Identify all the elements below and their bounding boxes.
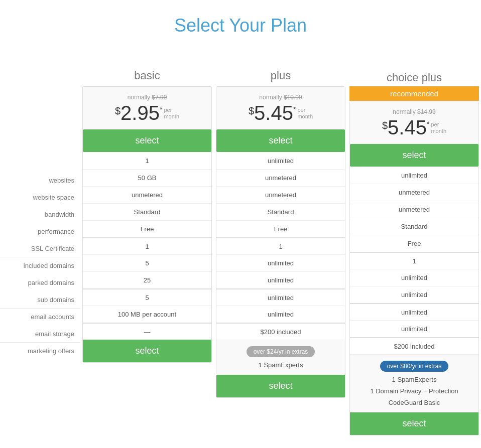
- cp-sub-domains: unlimited: [350, 286, 478, 303]
- plan-basic-price-box: normally $7.99 $ 2.95 * permonth: [83, 87, 211, 129]
- plan-choice-plus-select-bottom[interactable]: select: [350, 412, 478, 435]
- plus-spam-experts: 1 SpamExperts: [221, 359, 340, 371]
- cp-email-accounts: unlimited: [350, 303, 478, 320]
- basic-included-domains: 1: [83, 237, 211, 254]
- label-included-domains: included domains: [0, 257, 80, 274]
- plan-plus-select-bottom[interactable]: select: [216, 375, 345, 397]
- plan-choice-plus-current-price: $ 5.45 * permonth: [354, 117, 474, 137]
- label-sub-domains: sub domains: [0, 291, 80, 308]
- cp-email-storage: unlimited: [350, 320, 478, 337]
- plus-marketing-offers: $200 included: [216, 323, 345, 340]
- plan-basic-current-price: $ 2.95 * permonth: [87, 103, 207, 123]
- cp-parked-domains: unlimited: [350, 269, 478, 286]
- plan-plus-price-box: normally $10.99 $ 5.45 * permonth: [216, 87, 345, 129]
- label-bandwidth: bandwidth: [0, 206, 80, 223]
- basic-bandwidth: unmetered: [83, 186, 211, 203]
- label-ssl: SSL Certificate: [0, 240, 80, 257]
- plus-sub-domains: unlimited: [216, 271, 345, 288]
- plus-website-space: unmetered: [216, 169, 345, 186]
- cp-bandwidth: unmetered: [350, 201, 478, 218]
- plan-basic-select-bottom[interactable]: select: [83, 340, 211, 362]
- basic-performance: Standard: [83, 203, 211, 220]
- plan-basic-select-top[interactable]: select: [83, 129, 211, 152]
- plus-extras-badge: over $24/yr in extras: [247, 346, 315, 357]
- plan-choice-plus-select-top[interactable]: select: [350, 144, 478, 167]
- cp-websites: unlimited: [350, 167, 478, 184]
- basic-email-storage: 100 MB per account: [83, 306, 211, 323]
- plus-performance: Standard: [216, 203, 345, 220]
- plus-extras-area: over $24/yr in extras 1 SpamExperts: [216, 340, 345, 375]
- plus-ssl: Free: [216, 220, 345, 237]
- basic-email-accounts: 5: [83, 288, 211, 306]
- plan-basic-normally: normally $7.99: [87, 94, 207, 101]
- pricing-table: websites website space bandwidth perform…: [0, 56, 481, 448]
- plus-parked-domains: unlimited: [216, 254, 345, 271]
- basic-websites: 1: [83, 152, 211, 169]
- plan-choice-plus-card: normally $14.99 $ 5.45 * permonth select…: [349, 101, 479, 435]
- plan-choice-plus-name: choice plus: [349, 56, 479, 86]
- label-marketing-offers: marketing offers: [0, 342, 80, 359]
- plan-plus: plus normally $10.99 $ 5.45 * permonth s…: [216, 56, 345, 398]
- label-email-storage: email storage: [0, 325, 80, 342]
- plus-bandwidth: unmetered: [216, 186, 345, 203]
- basic-website-space: 50 GB: [83, 169, 211, 186]
- label-email-accounts: email accounts: [0, 308, 80, 325]
- plan-plus-normally: normally $10.99: [220, 94, 341, 101]
- plan-plus-name: plus: [216, 56, 345, 86]
- cp-ssl: Free: [350, 235, 478, 252]
- cp-codeguard: CodeGuard Basic: [355, 397, 473, 408]
- plan-plus-card: normally $10.99 $ 5.45 * permonth select…: [216, 86, 345, 398]
- label-column: websites website space bandwidth perform…: [0, 56, 80, 359]
- plus-email-accounts: unlimited: [216, 288, 345, 306]
- plan-plus-select-top[interactable]: select: [216, 129, 345, 152]
- plan-plus-current-price: $ 5.45 * permonth: [220, 103, 341, 123]
- plan-choice-plus-price-box: normally $14.99 $ 5.45 * permonth: [350, 101, 478, 144]
- label-websites: websites: [0, 172, 80, 189]
- cp-extras-area: over $80/yr in extras 1 SpamExperts 1 Do…: [350, 354, 478, 412]
- cp-domain-privacy: 1 Domain Privacy + Protection: [355, 385, 473, 397]
- cp-performance: Standard: [350, 218, 478, 235]
- label-website-space: website space: [0, 189, 80, 206]
- label-performance: performance: [0, 223, 80, 240]
- plus-email-storage: unlimited: [216, 306, 345, 323]
- basic-ssl: Free: [83, 220, 211, 237]
- plan-basic: basic normally $7.99 $ 2.95 * permonth s…: [82, 56, 212, 363]
- cp-website-space: unmetered: [350, 184, 478, 201]
- recommended-badge: recommended: [349, 86, 479, 101]
- plan-choice-plus-normally: normally $14.99: [354, 108, 474, 115]
- label-parked-domains: parked domains: [0, 274, 80, 291]
- cp-included-domains: 1: [350, 252, 478, 269]
- plus-included-domains: 1: [216, 237, 345, 254]
- plan-choice-plus: choice plus recommended normally $14.99 …: [349, 56, 479, 435]
- plan-basic-name: basic: [82, 56, 212, 86]
- cp-spam-experts: 1 SpamExperts: [355, 374, 473, 385]
- cp-marketing-offers: $200 included: [350, 337, 478, 354]
- page-title: Select Your Plan: [0, 0, 481, 56]
- basic-marketing-offers: —: [83, 323, 211, 340]
- plan-basic-card: normally $7.99 $ 2.95 * permonth select …: [82, 86, 212, 363]
- cp-extras-badge: over $80/yr in extras: [380, 361, 449, 372]
- plus-websites: unlimited: [216, 152, 345, 169]
- basic-sub-domains: 25: [83, 271, 211, 288]
- basic-parked-domains: 5: [83, 254, 211, 271]
